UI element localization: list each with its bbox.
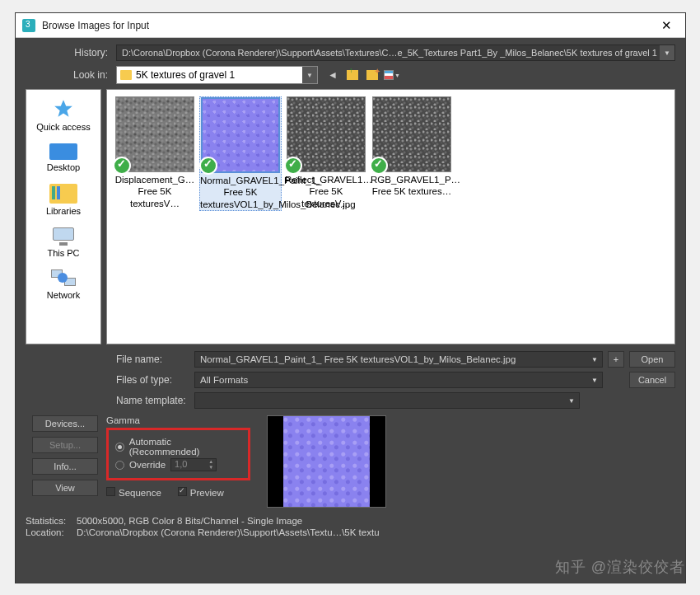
check-icon xyxy=(113,157,131,175)
add-button[interactable]: + xyxy=(608,351,624,368)
stats-value: 5000x5000, RGB Color 8 Bits/Channel - Si… xyxy=(77,516,302,526)
filename-input[interactable]: Normal_GRAVEL1_Paint_1_ Free 5K textures… xyxy=(194,351,603,368)
history-combo[interactable]: D:\Corona\Dropbox (Corona Renderer)\Supp… xyxy=(116,45,675,61)
info-button[interactable]: Info... xyxy=(32,458,98,475)
filename-label: File name: xyxy=(116,354,194,365)
history-value: D:\Corona\Dropbox (Corona Renderer)\Supp… xyxy=(122,48,657,58)
watermark: 知乎 @渲染佼佼者 xyxy=(555,557,685,577)
location-value: D:\Corona\Dropbox (Corona Renderer)\Supp… xyxy=(77,527,380,537)
chevron-down-icon[interactable]: ▼ xyxy=(302,67,317,83)
chevron-down-icon[interactable]: ▼ xyxy=(587,372,602,387)
places-libraries[interactable]: Libraries xyxy=(26,180,100,224)
chevron-down-icon[interactable]: ▼ xyxy=(564,393,579,408)
check-icon xyxy=(199,157,217,175)
svg-marker-0 xyxy=(54,100,72,117)
view-menu-button[interactable]: ▼ xyxy=(384,67,400,83)
app-icon xyxy=(22,19,35,32)
history-label: History: xyxy=(26,47,116,59)
window-title: Browse Images for Input xyxy=(42,20,654,31)
check-icon xyxy=(284,157,302,175)
places-bar: Quick access Desktop Libraries xyxy=(26,89,101,344)
places-network[interactable]: Network xyxy=(26,266,100,308)
back-button[interactable]: ◄ xyxy=(324,67,341,83)
folder-icon xyxy=(120,70,132,80)
gamma-group: Automatic (Recommended) Override 1,0 ▲▼ xyxy=(106,428,250,480)
preview-checkbox[interactable]: Preview xyxy=(178,487,224,498)
places-this-pc[interactable]: This PC xyxy=(26,224,100,266)
places-quick-access[interactable]: Quick access xyxy=(26,95,100,140)
filetype-label: Files of type: xyxy=(116,374,194,386)
location-label: Location: xyxy=(26,527,77,537)
view-button[interactable]: View xyxy=(32,480,98,496)
chevron-down-icon[interactable]: ▼ xyxy=(587,352,602,367)
preview-image xyxy=(283,416,370,507)
places-desktop[interactable]: Desktop xyxy=(26,140,100,180)
new-folder-button[interactable]: ✦ xyxy=(364,67,380,83)
spinner-icon[interactable]: ▲▼ xyxy=(206,459,216,471)
lookin-label: Look in: xyxy=(26,69,116,81)
sequence-checkbox[interactable]: Sequence xyxy=(106,487,161,498)
devices-button[interactable]: Devices... xyxy=(32,415,98,432)
lookin-combo[interactable]: 5K textures of gravel 1 ▼ xyxy=(116,66,318,84)
close-button[interactable]: ✕ xyxy=(654,18,679,33)
file-item-selected[interactable]: Normal_GRAVEL1_Paint_1_ Free 5K textures… xyxy=(199,96,282,211)
preview-pane xyxy=(267,415,386,508)
file-item[interactable]: Reflect_GRAVEL1… Free 5K texturesV… xyxy=(285,96,367,209)
gamma-auto-radio[interactable] xyxy=(115,443,124,452)
filetype-combo[interactable]: All Formats ▼ xyxy=(194,372,603,388)
titlebar: Browse Images for Input ✕ xyxy=(16,13,685,38)
file-name: Reflect_GRAVEL1… Free 5K texturesV… xyxy=(285,174,367,209)
lookin-value: 5K textures of gravel 1 xyxy=(136,69,235,81)
nametpl-combo[interactable]: ▼ xyxy=(194,392,580,409)
setup-button[interactable]: Setup... xyxy=(32,437,98,453)
cancel-button[interactable]: Cancel xyxy=(629,372,675,388)
file-item[interactable]: Displacement_G… Free 5K texturesV… xyxy=(114,96,196,209)
file-name: Displacement_G… Free 5K texturesV… xyxy=(114,174,196,209)
gamma-auto-label: Automatic (Recommended) xyxy=(129,437,241,457)
chevron-down-icon[interactable]: ▼ xyxy=(660,45,674,60)
up-button[interactable]: ↑ xyxy=(344,67,361,83)
gamma-override-radio[interactable] xyxy=(115,461,124,470)
check-icon xyxy=(370,157,388,175)
gamma-title: Gamma xyxy=(106,415,250,425)
file-item[interactable]: RGB_GRAVEL1_P… Free 5K textures… xyxy=(371,96,453,198)
open-button[interactable]: Open xyxy=(629,351,675,368)
gamma-override-input[interactable]: 1,0 ▲▼ xyxy=(170,458,217,471)
stats-label: Statistics: xyxy=(26,516,77,526)
file-name: RGB_GRAVEL1_P… Free 5K textures… xyxy=(371,174,453,198)
file-name: Normal_GRAVEL1_Paint_1_ Free 5K textures… xyxy=(200,175,281,210)
file-list[interactable]: Displacement_G… Free 5K texturesV… Norma… xyxy=(106,89,675,344)
browse-dialog: Browse Images for Input ✕ History: D:\Co… xyxy=(15,12,686,583)
nametpl-label: Name template: xyxy=(116,395,194,406)
gamma-override-label: Override xyxy=(129,460,166,470)
